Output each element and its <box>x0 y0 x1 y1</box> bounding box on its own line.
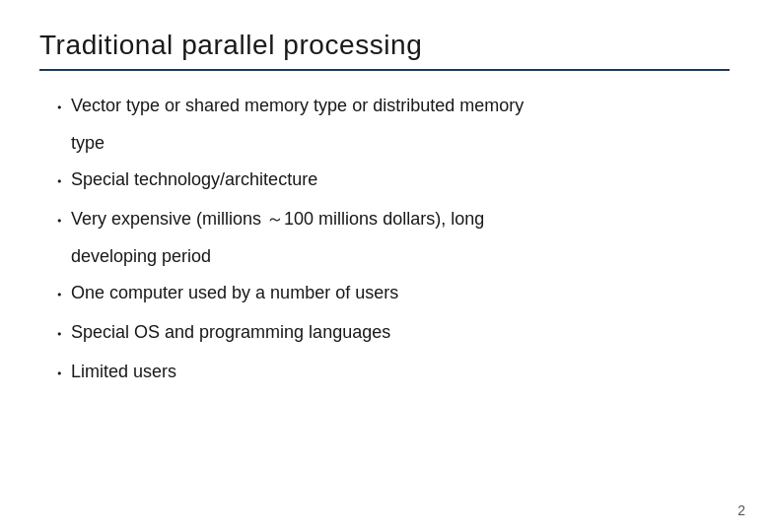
bullet-dot-2: ・ <box>49 166 71 196</box>
bullet-text-1: Vector type or shared memory type or dis… <box>71 93 730 119</box>
bullet-dot-5: ・ <box>49 319 71 349</box>
bullet-item-3: ・ Very expensive (millions ～100 millions… <box>49 206 730 235</box>
bullet-text-5: Special OS and programming languages <box>71 319 730 346</box>
slide: Traditional parallel processing ・ Vector… <box>0 0 769 532</box>
bullet-dot-6: ・ <box>49 359 71 388</box>
title-area: Traditional parallel processing <box>39 30 730 71</box>
slide-title: Traditional parallel processing <box>39 30 730 61</box>
bullet-dot-4: ・ <box>49 280 71 309</box>
bullet-continuation-3: developing period <box>49 243 730 270</box>
page-number: 2 <box>737 502 745 518</box>
bullet-item-6: ・ Limited users <box>49 359 730 388</box>
bullet-text-2: Special technology/architecture <box>71 166 730 193</box>
bullet-item-5: ・ Special OS and programming languages <box>49 319 730 349</box>
bullet-text-6: Limited users <box>71 359 730 385</box>
bullet-dot-1: ・ <box>49 93 71 122</box>
bullet-dot-3: ・ <box>49 206 71 235</box>
bullet-text-3: Very expensive (millions ～100 millions d… <box>71 206 730 233</box>
bullet-text-4: One computer used by a number of users <box>71 280 730 306</box>
bullet-continuation-1: type <box>49 130 730 157</box>
bullet-item-1: ・ Vector type or shared memory type or d… <box>49 93 730 122</box>
bullet-item-4: ・ One computer used by a number of users <box>49 280 730 309</box>
bullet-item-2: ・ Special technology/architecture <box>49 166 730 196</box>
content-area: ・ Vector type or shared memory type or d… <box>39 93 730 388</box>
